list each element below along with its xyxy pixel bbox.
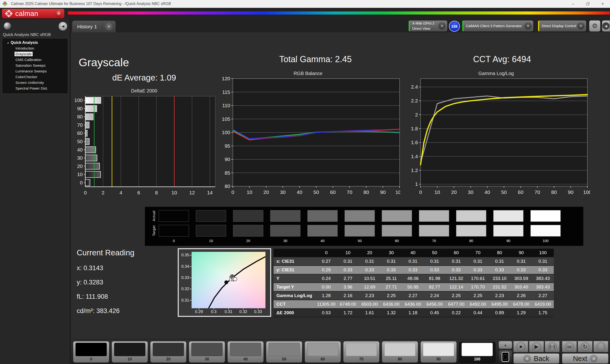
- sidebar-item-grayscale[interactable]: Grayscale: [14, 51, 68, 57]
- pattern-level-button-90[interactable]: 90: [420, 341, 457, 363]
- sidebar-item-spectral-power-dist[interactable]: Spectral Power Dist.: [14, 86, 68, 91]
- actual-swatch-80: [456, 210, 486, 222]
- target-swatch-100: [531, 225, 561, 236]
- loop-button[interactable]: ∞: [562, 341, 577, 352]
- measured-point: [233, 277, 237, 281]
- x-axis-label: 4: [119, 190, 122, 195]
- x-axis-label: 90: [380, 189, 386, 195]
- x-axis-label: 40: [297, 189, 302, 195]
- deltae-bar-20: [85, 163, 100, 169]
- pattern-level-button-70[interactable]: 70: [343, 341, 380, 363]
- calman-menu-button[interactable]: calman ▼: [2, 9, 64, 18]
- table-cell: 0.33: [489, 267, 510, 273]
- chevron-down-icon: ▼: [55, 10, 62, 17]
- table-row-y-cie31: y: CIE310.290.330.330.330.330.330.330.33…: [273, 266, 554, 274]
- close-button[interactable]: ×: [595, 0, 610, 8]
- y-axis-label: 115: [222, 89, 230, 95]
- pattern-level-label: 40: [228, 357, 263, 361]
- sidebar-item-colorchecker[interactable]: ColorChecker: [14, 74, 68, 80]
- y-axis-label: 2: [415, 112, 418, 117]
- pattern-level-label: 30: [189, 357, 225, 361]
- y-axis-label: 1.4: [411, 154, 418, 159]
- table-column-header: 60: [445, 250, 467, 255]
- sidebar-item-luminance-sweeps[interactable]: Luminance Sweeps: [14, 68, 68, 74]
- cie-y-axis-label: 0.31: [180, 298, 189, 303]
- table-cell: 0.31: [424, 259, 445, 264]
- pattern-level-button-40[interactable]: 40: [227, 341, 264, 363]
- pattern-level-button-20[interactable]: 20: [150, 341, 187, 363]
- rgb-balance-chart: 1201151101051009590858001020304050607080…: [216, 75, 400, 195]
- cie-overlay: [192, 252, 265, 308]
- table-cell: 0.31: [467, 259, 489, 264]
- stop-button[interactable]: ■: [513, 341, 528, 352]
- x-axis-label: 20: [263, 189, 269, 195]
- sidebar-item-label: ColorChecker: [14, 75, 38, 79]
- app-logo-icon: [2, 1, 8, 6]
- maximize-button[interactable]: [581, 0, 595, 8]
- pattern-level-button-60[interactable]: 60: [305, 341, 341, 363]
- top-strip: History 1 + X-Rite i1Pro 2 Direct View ▼…: [71, 19, 610, 32]
- panel-collapse-button[interactable]: ◀: [602, 20, 610, 32]
- minimize-button[interactable]: –: [566, 0, 581, 8]
- window-pattern-icon: [502, 352, 509, 362]
- window-pattern-button[interactable]: [498, 350, 512, 364]
- y-axis-label: 70: [77, 122, 83, 128]
- blank-button[interactable]: [593, 341, 608, 352]
- table-cell: 11305.00: [315, 302, 337, 307]
- table-cell: 10.51: [359, 276, 380, 281]
- pattern-level-button-30[interactable]: 30: [189, 341, 225, 363]
- pattern-generator-dropdown[interactable]: CalMAN Client 3 Pattern Generator ▼: [462, 20, 533, 32]
- play-button[interactable]: ▶: [529, 341, 544, 352]
- pattern-level-button-50[interactable]: 50: [266, 341, 302, 363]
- sidebar-collapse-button[interactable]: ◀: [59, 22, 67, 30]
- table-row-y: Y0.242.7710.5125.1148.0681.98121.32170.6…: [273, 274, 554, 283]
- table-row-label: Gamma Log/Log: [273, 293, 315, 298]
- sidebar: ◀ Quick Analysis NBC sRGB ◢ Quick Analys…: [0, 19, 71, 364]
- table-cell: 0.33: [467, 267, 489, 273]
- refresh-button[interactable]: ↻: [578, 341, 593, 352]
- table-cell: 48.06: [402, 276, 424, 281]
- pattern-bottom-bar: ▲ « Back Next » 0102030405060708090100■▶…: [71, 339, 610, 364]
- sidebar-item-cms-calibration[interactable]: CMS Calibration: [14, 57, 68, 63]
- sidebar-item-saturation-sweeps[interactable]: Saturation Sweeps: [14, 63, 68, 68]
- sidebar-item-introduction[interactable]: Introduction: [14, 46, 68, 51]
- level-up-button[interactable]: ▲: [498, 341, 512, 349]
- settings-button[interactable]: ⚙: [589, 20, 600, 32]
- tree-root[interactable]: ◢ Quick Analysis: [7, 40, 68, 45]
- pattern-patch: [153, 343, 184, 356]
- pattern-level-button-10[interactable]: 10: [112, 341, 148, 363]
- blank-icon: [597, 342, 606, 351]
- window-controls: – ×: [566, 0, 610, 8]
- table-cell: 3.96: [337, 285, 359, 290]
- pattern-level-button-80[interactable]: 80: [382, 341, 418, 363]
- current-point: [224, 280, 228, 284]
- table-column-header: 30: [380, 250, 402, 255]
- swatch-row-label-actual: Actual: [152, 209, 156, 223]
- sidebar-item-label: Grayscale: [14, 52, 33, 56]
- add-tab-button[interactable]: +: [102, 21, 116, 32]
- y-axis-label: 85: [225, 170, 230, 176]
- back-button[interactable]: « Back: [513, 353, 559, 364]
- meter-dropdown[interactable]: X-Rite i1Pro 2 Direct View ▼: [408, 20, 447, 32]
- actual-swatch-70: [419, 210, 449, 222]
- chevron-down-icon: ▼: [577, 22, 584, 29]
- y-axis-label: 60: [77, 130, 83, 136]
- display-control-dropdown[interactable]: Direct Display Control ▼: [538, 20, 586, 32]
- pattern-level-button-0[interactable]: 0: [73, 341, 109, 363]
- next-button[interactable]: Next »: [562, 353, 609, 364]
- sidebar-item-screen-uniformity[interactable]: Screen Uniformity: [14, 80, 68, 86]
- tab-history-1[interactable]: History 1 +: [72, 21, 116, 32]
- pattern-patch: [114, 343, 145, 356]
- step-button[interactable]: [··]: [545, 341, 560, 352]
- table-cell: 1.18: [402, 310, 424, 315]
- table-cell: 0.33: [359, 267, 380, 273]
- gamma-loglog-chart: 2.42.221.81.61.41.2101020304050607080901…: [402, 75, 590, 195]
- calman-logo-icon: [5, 10, 13, 18]
- pattern-level-button-100[interactable]: 100: [459, 341, 495, 363]
- target-swatch-40: [307, 225, 338, 236]
- table-cell: 0.31: [380, 259, 402, 264]
- swatch-level-label: 20: [233, 239, 263, 243]
- target-swatch-60: [382, 225, 412, 236]
- table-header-row: 0102030405060708090100: [273, 249, 554, 257]
- actual-swatch-60: [382, 210, 412, 222]
